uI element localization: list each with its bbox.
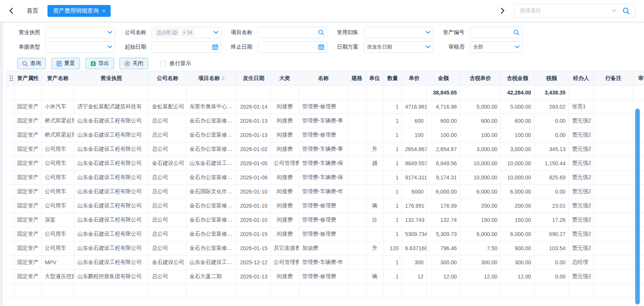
search-icon[interactable] xyxy=(513,29,520,36)
table-row[interactable]: 固定资产公司用车山东金石建设工程有限公司金石建设公司山东金石建设工…2026-0… xyxy=(7,156,644,171)
cell-handler: 贾元强2 xyxy=(569,185,594,199)
table-row[interactable]: 固定资产小米汽车济宁金虹装配式建筑科技有金虹装配公司东营市奥体中心…2026-0… xyxy=(7,100,644,114)
cell-qty: 120 xyxy=(384,241,402,256)
table-row[interactable]: 固定资产公司用车山东金石建设工程有限公司总公司金石办公室装修…2026-01-0… xyxy=(7,142,644,156)
cell-spec xyxy=(348,270,366,284)
table-row[interactable]: 固定资产公司用车山东金石建设工程有限公司总公司金石办公室装修…2026-01-1… xyxy=(7,199,644,213)
cell-amount: 132.74 xyxy=(427,213,460,227)
tabs-scroll-right-icon[interactable] xyxy=(498,6,508,16)
project-search-icon[interactable] xyxy=(623,7,630,15)
table-row[interactable]: 固定资产大型液压挖掘机山东鹏程控股集团有限公司总公司金石大厦二期2026-01-… xyxy=(7,270,644,284)
cell-category: 间接费 xyxy=(271,270,299,284)
column-header-label: 含税金额 xyxy=(507,75,528,81)
cell-date: 2026-01-13 xyxy=(237,128,271,142)
tab-home[interactable]: 首页 xyxy=(23,5,42,17)
table-row[interactable]: 固定资产公司用车山东金石建设工程有限公司总公司金石办公室装修…2026-01-1… xyxy=(7,241,644,256)
cell-unit: 升 xyxy=(366,142,384,156)
close-button[interactable]: 关闭 xyxy=(119,58,148,69)
table-row[interactable]: 固定资产公司用车山东金石建设工程有限公司总公司金石办公室装修…2026-01-1… xyxy=(7,227,644,241)
calendar-icon[interactable] xyxy=(212,44,218,50)
cell-handle xyxy=(7,256,14,270)
wrap-display-checkbox[interactable] xyxy=(160,61,166,67)
filter-date-scheme: 日期方案 按发生日期 xyxy=(335,41,433,53)
table-row[interactable]: 固定资产深蓝山东金石建设工程有限公司总公司金石办公室装修…2026-01-10间… xyxy=(7,213,644,227)
header-row: 资产属性资产名称营业执照公司名称项目名称发生日期大类名称规格单位数量单价金额含税… xyxy=(7,71,644,86)
column-header-label: 资产属性 xyxy=(17,75,39,81)
cell-tax: 0.00 xyxy=(534,128,569,142)
app-window: 首页 资产费用明细查询 × 选择项目 营业执照 xyxy=(0,0,644,306)
cell-date: 2026-01-14 xyxy=(237,100,271,114)
cell-project: 金石办公室装修… xyxy=(186,171,237,185)
business-license-select[interactable] xyxy=(46,27,115,38)
date-scheme-select[interactable]: 按发生日期 xyxy=(364,41,433,53)
cell-handle xyxy=(7,114,14,128)
reset-button[interactable]: 重置 xyxy=(51,58,80,69)
cell-unit xyxy=(366,171,384,185)
start-date-input[interactable] xyxy=(152,41,221,53)
column-header-handle[interactable] xyxy=(7,71,14,86)
table-row[interactable]: 固定资产MPV山东金石建设工程有限公司金石建设公司山东金石建设工…2025-12… xyxy=(7,256,644,270)
cell-handler: 贾元强2 xyxy=(569,171,594,185)
cell-name: MPV xyxy=(42,256,74,270)
doc-type-select[interactable] xyxy=(46,41,115,53)
cell-handler: 贾元强2 xyxy=(569,213,594,227)
cell-date: 2026-01-02 xyxy=(237,142,271,156)
cell-handle xyxy=(7,227,14,241)
cell-amount: 2,654.87 xyxy=(427,142,460,156)
table-row[interactable]: 固定资产公司用车山东金石建设工程有限公司总公司金石国际文化市…2026-01-1… xyxy=(7,185,644,199)
cell-attr: 固定资产 xyxy=(14,114,42,128)
column-header-label: 税额 xyxy=(546,75,557,81)
cell-handle xyxy=(7,171,14,185)
table-row[interactable]: 固定资产公司用车山东金石建设工程有限公司总公司金石办公室装修…2026-01-0… xyxy=(7,171,644,185)
cell-note xyxy=(594,142,633,156)
expense-collection-select[interactable] xyxy=(364,27,433,38)
filter-row-2: 单据类型 起始日期 终止日期 xyxy=(17,41,644,53)
calendar-icon[interactable] xyxy=(318,44,324,50)
column-header-project[interactable]: 项目名称 xyxy=(186,71,237,86)
sort-icon[interactable] xyxy=(222,76,225,81)
cell-tax_amount: 42,284.00 xyxy=(501,86,534,100)
end-date-input[interactable] xyxy=(258,41,327,53)
cell-price xyxy=(402,86,427,100)
export-button[interactable]: 导出 xyxy=(85,58,114,69)
wrap-display-label: 换行显示 xyxy=(170,60,191,67)
data-grid: 资产属性资产名称营业执照公司名称项目名称发生日期大类名称规格单位数量单价金额含税… xyxy=(6,71,644,306)
table-row[interactable]: 固定资产桥式双梁起重机山东金石建设工程有限公司总公司金石办公室装修…2026-0… xyxy=(7,128,644,142)
search-icon[interactable] xyxy=(318,29,324,36)
cell-handler: 贾元强2 xyxy=(569,199,594,213)
cell-expense: 管理费-修理费 xyxy=(299,213,348,227)
table-row[interactable]: 固定资产桥式双梁起重机山东金石建设工程有限公司总公司金石办公室装修…2026-0… xyxy=(7,114,644,128)
tag-remove-icon[interactable]: × xyxy=(172,30,177,35)
tabs-scroll-left-icon[interactable] xyxy=(6,6,16,16)
column-header-label: 项目名称 xyxy=(198,75,220,81)
cell-date: 2026-01-05 xyxy=(237,156,271,171)
cell-tax_price: 200.00 xyxy=(460,199,501,213)
cell-spec xyxy=(348,128,366,142)
project-name-input[interactable] xyxy=(258,27,327,38)
cell-company xyxy=(149,86,186,100)
filter-start-date: 起始日期 xyxy=(123,41,221,53)
tab-close-icon[interactable]: × xyxy=(102,8,105,13)
audit-status-select[interactable]: 全部 xyxy=(470,41,523,53)
company-name-multiselect[interactable]: 总公司× + 14 xyxy=(152,27,221,38)
chevron-down-icon xyxy=(426,31,430,34)
query-button[interactable]: 查询 xyxy=(17,58,46,69)
cell-handle xyxy=(7,128,14,142)
cell-handler: 贾元强2 xyxy=(569,270,594,284)
cell-project: 金石国际文化市… xyxy=(186,185,237,199)
cell-tax_price: 10,000.00 xyxy=(460,171,501,185)
cell-note xyxy=(594,171,633,185)
filter-label: 日期方案 xyxy=(335,44,358,50)
cell-amount: 4,716.98 xyxy=(427,100,460,114)
project-select[interactable]: 选择项目 xyxy=(514,4,636,18)
cell-name: 桥式双梁起重机 xyxy=(42,128,74,142)
asset-expense-table: 资产属性资产名称营业执照公司名称项目名称发生日期大类名称规格单位数量单价金额含税… xyxy=(6,71,644,298)
cell-note xyxy=(594,128,633,142)
cell-handler: 总经理 xyxy=(569,256,594,270)
asset-number-input[interactable] xyxy=(470,27,523,38)
cell-price xyxy=(402,284,427,298)
cell-tax: 345.13 xyxy=(534,142,569,156)
vertical-scrollbar-thumb[interactable] xyxy=(635,109,640,304)
tab-active-asset-expense-query[interactable]: 资产费用明细查询 × xyxy=(47,5,111,17)
cell-price: 12 xyxy=(402,270,427,284)
